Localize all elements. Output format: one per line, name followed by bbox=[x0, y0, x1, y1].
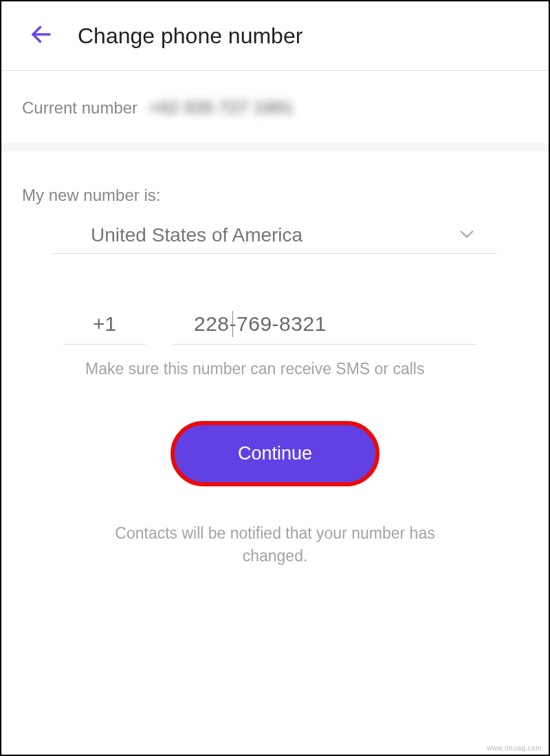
watermark: www.deuaq.com bbox=[487, 744, 542, 752]
phone-row: +1 bbox=[63, 312, 476, 345]
phone-input[interactable] bbox=[194, 312, 476, 336]
dial-code-field[interactable]: +1 bbox=[63, 312, 146, 345]
back-icon[interactable] bbox=[29, 22, 54, 50]
notify-text: Contacts will be notified that your numb… bbox=[103, 522, 447, 568]
phone-input-wrap bbox=[173, 312, 476, 345]
country-selector[interactable]: United States of America bbox=[53, 224, 497, 254]
dial-code-value: +1 bbox=[84, 312, 125, 336]
new-number-label: My new number is: bbox=[22, 186, 528, 205]
country-value: United States of America bbox=[91, 224, 302, 246]
current-number-value: +62 935 727 1981 bbox=[148, 97, 293, 118]
header: Change phone number bbox=[1, 1, 549, 71]
page-title: Change phone number bbox=[78, 23, 302, 49]
text-cursor bbox=[232, 311, 233, 337]
sms-hint: Make sure this number can receive SMS or… bbox=[85, 360, 528, 378]
current-number-section: Current number +62 935 727 1981 bbox=[1, 71, 549, 151]
new-number-section: My new number is: United States of Ameri… bbox=[1, 151, 549, 568]
current-number-label: Current number bbox=[22, 98, 138, 118]
continue-button[interactable]: Continue bbox=[170, 421, 380, 486]
chevron-down-icon bbox=[457, 224, 476, 246]
